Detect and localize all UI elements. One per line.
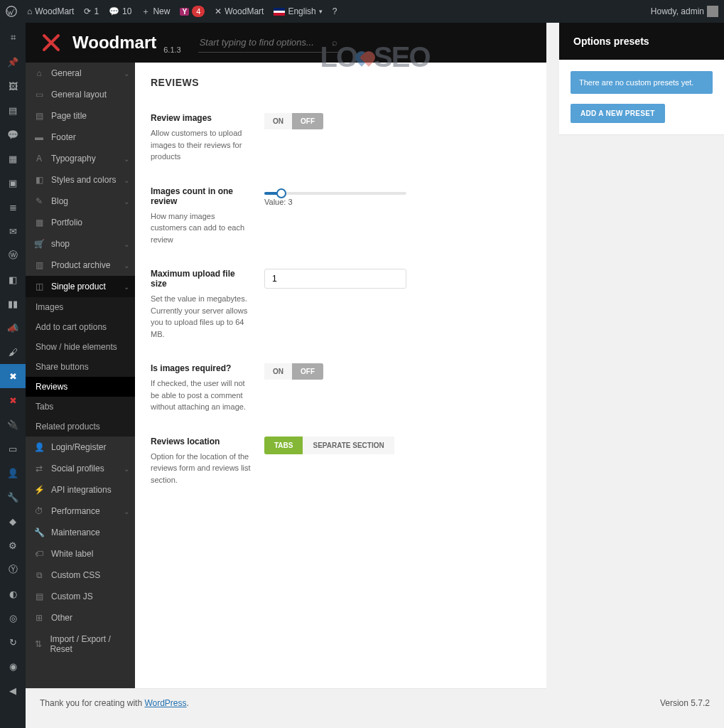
admin-menu-blocks[interactable]: ▣ [0, 171, 26, 195]
admin-menu-woodmart2[interactable]: ✖ [0, 388, 26, 412]
toggle-off[interactable]: OFF [292, 113, 323, 129]
admin-menu-portfolio[interactable]: ▦ [0, 146, 26, 171]
admin-menu-woodmart[interactable]: ✖ [0, 364, 26, 388]
woodmart2-icon: ✖ [6, 393, 20, 407]
nav-item-maintenance[interactable]: 🔧Maintenance [26, 522, 135, 543]
nav-item-blog[interactable]: ✎Blog⌄ [26, 191, 135, 212]
admin-menu-collapse[interactable]: ◀ [0, 678, 26, 702]
nav-item-footer[interactable]: ▬Footer [26, 127, 135, 148]
nav-item-general[interactable]: ⌂General⌄ [26, 63, 135, 84]
nav-sub-tabs[interactable]: Tabs [26, 397, 135, 417]
language-link[interactable]: English▾ [274, 6, 322, 16]
account-link[interactable]: Howdy, admin [651, 6, 718, 17]
footer-version: Version 5.7.2 [660, 698, 710, 708]
nav-item-import-export-reset[interactable]: ⇅Import / Export / Reset [26, 628, 135, 660]
admin-menu-wpml[interactable]: ◎ [0, 606, 26, 630]
nav-sub-related-products[interactable]: Related products [26, 417, 135, 437]
nav-item-social-profiles[interactable]: ⇄Social profiles⌄ [26, 458, 135, 479]
wordpress-link[interactable]: WordPress [144, 698, 186, 708]
nav-label: Login/Register [51, 442, 106, 452]
theme-link[interactable]: ✕WoodMart [215, 6, 264, 16]
chevron-down-icon: ⌄ [124, 155, 129, 163]
nav-item-product-archive[interactable]: ▥Product archive⌄ [26, 255, 135, 276]
nav-item-shop[interactable]: 🛒shop⌄ [26, 233, 135, 255]
updates-link[interactable]: ⟳1 [84, 6, 99, 16]
nav-item-login-register[interactable]: 👤Login/Register [26, 437, 135, 458]
admin-menu-users[interactable]: 👤 [0, 461, 26, 485]
nav-item-white-label[interactable]: 🏷White label [26, 543, 135, 564]
admin-menu-slider[interactable]: ▭ [0, 437, 26, 461]
palette-icon: ◧ [33, 175, 45, 185]
site-name-link[interactable]: ⌂WoodMart [27, 6, 74, 16]
wp-logo[interactable] [6, 6, 17, 17]
slider-thumb[interactable] [276, 188, 286, 198]
btn-group-location: TABS SEPARATE SECTION [264, 437, 394, 454]
admin-menu-dashboard[interactable]: ⌗ [0, 26, 26, 50]
comments-count: 10 [122, 6, 131, 16]
nav-sub-add-to-cart-options[interactable]: Add to cart options [26, 317, 135, 337]
nav-sub-reviews[interactable]: Reviews [26, 377, 135, 397]
add-preset-button[interactable]: ADD A NEW PRESET [571, 104, 665, 123]
footer-icon: ▬ [33, 132, 45, 142]
nav-item-page-title[interactable]: ▤Page title [26, 105, 135, 127]
admin-menu-sidebars[interactable]: ≣ [0, 195, 26, 219]
comments-link[interactable]: 💬10 [109, 6, 131, 16]
admin-menu-media[interactable]: 🖾 [0, 74, 26, 98]
perf-icon: ⏱ [33, 506, 45, 516]
option-tabs[interactable]: TABS [264, 437, 303, 454]
nav-label: Import / Export / Reset [50, 634, 128, 654]
option-separate[interactable]: SEPARATE SECTION [303, 437, 394, 454]
admin-menu-marketing[interactable]: 📣 [0, 316, 26, 340]
admin-menu-appearance[interactable]: 🖌 [0, 340, 26, 364]
nav-item-typography[interactable]: ATypography⌄ [26, 148, 135, 169]
blog-icon: ✎ [33, 196, 45, 206]
nav-item-custom-js[interactable]: ▤Custom JS [26, 586, 135, 607]
admin-menu-analytics[interactable]: ▮▮ [0, 291, 26, 316]
toggle-on[interactable]: ON [264, 363, 292, 380]
nav-sub-show-hide-elements[interactable]: Show / hide elements [26, 337, 135, 357]
admin-menu-extra[interactable]: ◉ [0, 654, 26, 678]
home-icon: ⌂ [27, 6, 32, 16]
nav-label: Single product [51, 282, 106, 291]
nav-item-single-product[interactable]: ◫Single product⌄ [26, 276, 135, 297]
admin-menu-tools[interactable]: 🔧 [0, 485, 26, 509]
desc-images-count: How many images customers can add to eac… [151, 210, 253, 246]
comments-icon: 💬 [6, 127, 20, 141]
nav-label: Typography [51, 154, 96, 164]
yoast-link[interactable]: Y4 [180, 6, 205, 17]
admin-menu-wpbakery[interactable]: ◆ [0, 509, 26, 533]
nav-item-portfolio[interactable]: ▦Portfolio [26, 212, 135, 233]
desc-images-required: If checked, the user will not be able to… [151, 378, 253, 413]
toggle-off[interactable]: OFF [292, 363, 323, 380]
admin-menu-plugins[interactable]: 🔌 [0, 412, 26, 437]
nav-item-other[interactable]: ⊞Other [26, 607, 135, 628]
admin-menu-seo[interactable]: Ⓨ [0, 557, 26, 582]
admin-menu-contact[interactable]: ✉ [0, 219, 26, 243]
nav-item-custom-css[interactable]: ⧉Custom CSS [26, 564, 135, 586]
nav-sub-images[interactable]: Images [26, 297, 135, 317]
search-input[interactable] [198, 33, 340, 53]
admin-menu-posts[interactable]: 📌 [0, 50, 26, 74]
nav-sub-share-buttons[interactable]: Share buttons [26, 357, 135, 377]
nav-item-performance[interactable]: ⏱Performance⌄ [26, 500, 135, 522]
admin-menu-comments[interactable]: 💬 [0, 122, 26, 146]
type-icon: A [33, 154, 45, 164]
nav-item-api-integrations[interactable]: ⚡API integrations [26, 479, 135, 500]
admin-menu-pages[interactable]: ▤ [0, 98, 26, 122]
cache-icon: ↻ [6, 635, 20, 649]
admin-menu-products[interactable]: ◧ [0, 267, 26, 291]
admin-menu-woocommerce[interactable]: ⓦ [0, 243, 26, 267]
nav-item-styles-and-colors[interactable]: ◧Styles and colors⌄ [26, 169, 135, 191]
slider-images-count[interactable] [264, 192, 406, 195]
new-content-link[interactable]: ＋New [141, 6, 170, 18]
admin-menu-smush[interactable]: ◐ [0, 582, 26, 606]
help-icon[interactable]: ? [333, 6, 337, 16]
woodmart-icon: ✖ [6, 369, 20, 383]
toggle-on[interactable]: ON [264, 113, 292, 129]
admin-menu-cache[interactable]: ↻ [0, 630, 26, 654]
input-max-upload[interactable] [264, 269, 406, 289]
nav-item-general-layout[interactable]: ▭General layout [26, 84, 135, 105]
label-reviews-location: Reviews location [151, 437, 253, 446]
admin-menu-settings[interactable]: ⚙ [0, 533, 26, 557]
pin-icon: 📌 [6, 55, 20, 69]
